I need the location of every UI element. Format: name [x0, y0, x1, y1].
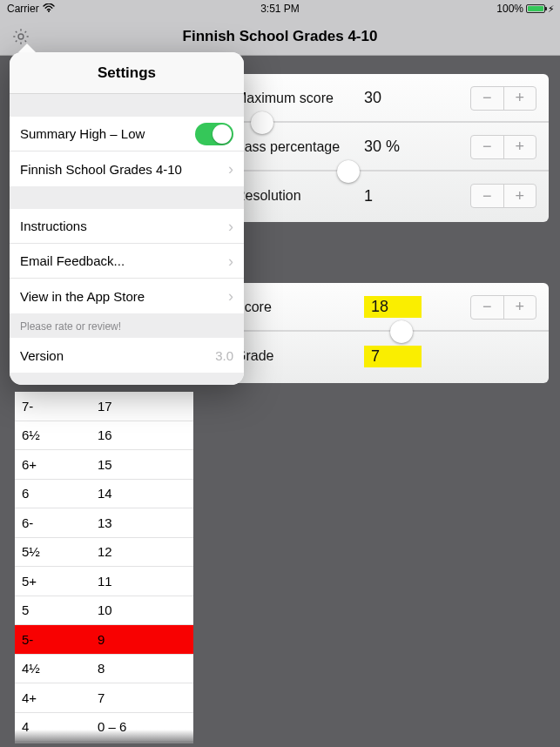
table-row[interactable]: 7-17	[15, 392, 193, 421]
pass-pct-value: 30 %	[364, 138, 400, 156]
grade-cell: 4½	[15, 661, 98, 676]
plus-icon[interactable]: +	[504, 185, 536, 207]
summary-toggle-row[interactable]: Summary High – Low	[10, 117, 244, 151]
score-cell: 7	[98, 690, 193, 705]
chevron-right-icon: ›	[228, 288, 233, 304]
grade-cell: 5	[15, 602, 98, 617]
svg-point-1	[18, 34, 24, 39]
grade-cell: 7-	[15, 399, 98, 414]
minus-icon[interactable]: −	[471, 136, 504, 158]
score-value: 18	[364, 296, 422, 318]
grade-cell: 6-	[15, 515, 98, 530]
table-row[interactable]: 6½16	[15, 421, 193, 451]
battery-icon	[526, 4, 545, 13]
status-bar: Carrier 3:51 PM 100% ⚡︎	[0, 0, 560, 17]
table-row[interactable]: 5+11	[15, 567, 193, 596]
instructions-label: Instructions	[20, 219, 87, 233]
grading-system-row[interactable]: Finnish School Grades 4-10 ›	[10, 151, 244, 186]
popover-spacer	[10, 186, 244, 209]
charging-icon: ⚡︎	[548, 3, 555, 15]
appstore-row[interactable]: View in the App Store ›	[10, 279, 244, 313]
minus-icon[interactable]: −	[471, 87, 504, 110]
plus-icon[interactable]: +	[504, 87, 536, 110]
grading-system-label: Finnish School Grades 4-10	[20, 162, 182, 177]
grade-table[interactable]: 7-176½166+156146-135½125+115105-94½84+74…	[15, 392, 193, 744]
table-row[interactable]: 5-9	[15, 625, 193, 655]
chevron-right-icon: ›	[228, 161, 233, 177]
table-row[interactable]: 5½12	[15, 538, 193, 568]
minus-icon[interactable]: −	[471, 296, 504, 319]
score-cell: 17	[98, 399, 193, 414]
version-row: Version 3.0	[10, 338, 244, 373]
minus-icon[interactable]: −	[471, 185, 504, 207]
grade-cell: 4	[15, 719, 98, 734]
popover-title: Settings	[10, 52, 244, 94]
resolution-stepper[interactable]: −+	[470, 184, 536, 208]
grade-cell: 5-	[15, 632, 98, 647]
score-cell: 10	[98, 602, 193, 617]
carrier-label: Carrier	[7, 3, 39, 15]
resolution-value: 1	[364, 187, 373, 205]
resolution-label: Resolution	[235, 188, 301, 204]
score-cell: 15	[98, 457, 193, 472]
table-row[interactable]: 4½8	[15, 655, 193, 684]
feedback-label: Email Feedback...	[20, 253, 125, 268]
grade-cell: 5½	[15, 544, 98, 559]
table-row[interactable]: 6-13	[15, 508, 193, 538]
summary-toggle[interactable]	[195, 123, 233, 145]
max-score-label: Maximum score	[235, 91, 334, 106]
pass-pct-stepper[interactable]: −+	[470, 135, 536, 159]
nav-bar: Finnish School Grades 4-10	[0, 17, 560, 56]
grade-cell: 6½	[15, 427, 98, 442]
score-stepper[interactable]: −+	[470, 295, 536, 320]
table-row[interactable]: 40 – 6	[15, 713, 193, 743]
chevron-right-icon: ›	[228, 219, 233, 234]
score-cell: 0 – 6	[98, 719, 193, 734]
grade-cell: 4+	[15, 690, 98, 705]
score-cell: 14	[98, 486, 193, 501]
grade-cell: 6+	[15, 457, 98, 472]
chevron-right-icon: ›	[228, 253, 233, 269]
score-cell: 8	[98, 661, 193, 676]
grade-cell: 6	[15, 486, 98, 501]
table-row[interactable]: 6+15	[15, 450, 193, 480]
pass-pct-label: Pass percentage	[235, 139, 340, 155]
rate-hint: Please rate or review!	[10, 313, 244, 338]
battery-percent: 100%	[496, 3, 523, 15]
svg-point-0	[48, 10, 50, 12]
instructions-row[interactable]: Instructions ›	[10, 209, 244, 244]
table-row[interactable]: 614	[15, 480, 193, 509]
popover-spacer	[10, 94, 244, 117]
score-cell: 12	[98, 544, 193, 559]
version-value: 3.0	[215, 348, 233, 363]
summary-toggle-label: Summary High – Low	[20, 126, 145, 141]
page-title: Finnish School Grades 4-10	[183, 28, 378, 45]
plus-icon[interactable]: +	[504, 136, 536, 158]
popover-spacer	[10, 373, 244, 385]
max-score-stepper[interactable]: −+	[470, 86, 536, 111]
score-cell: 13	[98, 515, 193, 530]
score-cell: 11	[98, 574, 193, 589]
table-row[interactable]: 510	[15, 596, 193, 626]
version-label: Version	[20, 348, 64, 363]
wifi-icon	[43, 3, 55, 15]
table-row[interactable]: 4+7	[15, 683, 193, 713]
max-score-value: 30	[364, 89, 381, 107]
score-cell: 16	[98, 427, 193, 442]
grade-value: 7	[364, 346, 422, 367]
settings-popover: Settings Summary High – Low Finnish Scho…	[10, 52, 244, 385]
score-cell: 9	[98, 632, 193, 647]
grade-cell: 5+	[15, 574, 98, 589]
appstore-label: View in the App Store	[20, 289, 145, 304]
status-time: 3:51 PM	[260, 3, 300, 15]
feedback-row[interactable]: Email Feedback... ›	[10, 244, 244, 279]
plus-icon[interactable]: +	[504, 296, 536, 319]
